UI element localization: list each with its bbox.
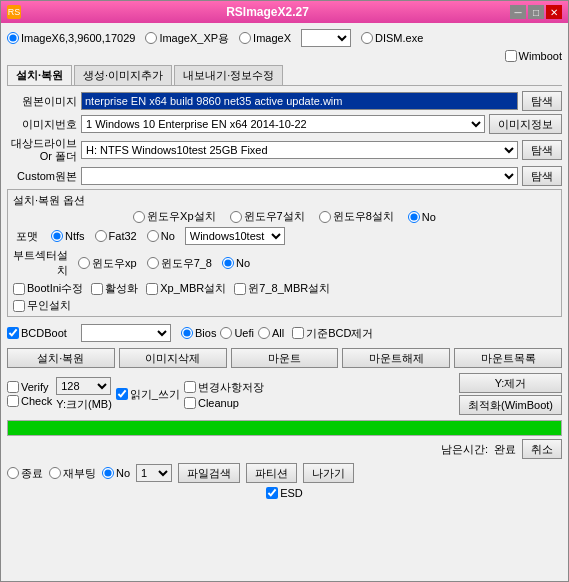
dism-radio-item[interactable]: DISM.exe [361, 32, 423, 44]
custom-select[interactable] [81, 167, 518, 185]
format-volume-select[interactable]: Windows10test [185, 227, 285, 245]
bios-radio[interactable] [181, 327, 193, 339]
imagex-radio-item[interactable]: ImageX [239, 32, 291, 44]
boot-xp-radio-item[interactable]: 윈도우xp [78, 256, 137, 271]
all-radio-item[interactable]: All [258, 327, 284, 339]
image-no-select[interactable]: 1 Windows 10 Enterprise EN x64 2014-10-2… [81, 115, 485, 133]
cleanup-checkbox-item[interactable]: Cleanup [184, 397, 239, 409]
win-xp-install-radio[interactable] [133, 211, 145, 223]
ntfs-radio-item[interactable]: Ntfs [51, 230, 85, 242]
file-search-btn[interactable]: 파일검색 [178, 463, 240, 483]
mount-list-btn[interactable]: 마운트목록 [454, 348, 562, 368]
read-write-checkbox-item[interactable]: 읽기_쓰기 [116, 387, 180, 402]
save-changes-checkbox-item[interactable]: 변경사항저장 [184, 380, 264, 395]
verify-checkbox[interactable] [7, 381, 19, 393]
fat32-radio-item[interactable]: Fat32 [95, 230, 137, 242]
bootini-checkbox-item[interactable]: BootIni수정 [13, 281, 83, 296]
win8-install-radio[interactable] [319, 211, 331, 223]
imagex6-radio-item[interactable]: ImageX6,3,9600,17029 [7, 32, 135, 44]
win7-install-radio[interactable] [230, 211, 242, 223]
bcd-checkbox[interactable] [7, 327, 19, 339]
tab-create[interactable]: 생성·이미지추가 [74, 65, 172, 85]
imagex-xp-radio-item[interactable]: ImageX_XP용 [145, 31, 229, 46]
win-xp-install-radio-item[interactable]: 윈도우Xp설치 [133, 209, 215, 224]
win8-install-radio-item[interactable]: 윈도우8설치 [319, 209, 394, 224]
ntfs-radio[interactable] [51, 230, 63, 242]
activate-checkbox[interactable] [91, 283, 103, 295]
wimboot-checkbox-item[interactable]: Wimboot [505, 50, 562, 62]
optimize-btn[interactable]: 최적화(WimBoot) [459, 395, 562, 415]
reboot-radio-item[interactable]: 재부팅 [49, 466, 96, 481]
default-bcd-checkbox[interactable] [292, 327, 304, 339]
imagex-radio[interactable] [239, 32, 251, 44]
source-input[interactable] [81, 92, 518, 110]
activate-checkbox-item[interactable]: 활성화 [91, 281, 138, 296]
cancel-btn[interactable]: 취소 [522, 439, 562, 459]
imagex-version-select[interactable] [301, 29, 351, 47]
win78-mbr-checkbox[interactable] [234, 283, 246, 295]
fat32-radio[interactable] [95, 230, 107, 242]
fmt-no-radio-item[interactable]: No [147, 230, 175, 242]
drive-select[interactable]: H: NTFS Windows10test 25GB Fixed [81, 141, 518, 159]
bios-radio-item[interactable]: Bios [181, 327, 216, 339]
check-checkbox-item[interactable]: Check [7, 395, 52, 407]
partition-btn[interactable]: 파티션 [246, 463, 297, 483]
imagex-xp-radio[interactable] [145, 32, 157, 44]
drive-browse-btn[interactable]: 탐색 [522, 140, 562, 160]
check-checkbox[interactable] [7, 395, 19, 407]
default-bcd-checkbox-item[interactable]: 기준BCD제거 [292, 326, 373, 341]
step-select[interactable]: 1 [136, 464, 172, 482]
xp-mbr-checkbox[interactable] [146, 283, 158, 295]
exit-radio[interactable] [7, 467, 19, 479]
boot-no-radio[interactable] [222, 257, 234, 269]
tab-export[interactable]: 내보내기·정보수정 [174, 65, 283, 85]
next-btn[interactable]: 나가기 [303, 463, 354, 483]
maximize-button[interactable]: □ [528, 5, 544, 19]
no-action-radio[interactable] [102, 467, 114, 479]
custom-browse-btn[interactable]: 탐색 [522, 166, 562, 186]
boot-win7-radio[interactable] [147, 257, 159, 269]
esd-checkbox-item[interactable]: ESD [266, 487, 303, 499]
boot-win7-radio-item[interactable]: 윈도우7_8 [147, 256, 212, 271]
save-changes-checkbox[interactable] [184, 381, 196, 393]
tab-install[interactable]: 설치·복원 [7, 65, 72, 85]
unmount-btn[interactable]: 마운트해제 [342, 348, 450, 368]
uefi-radio[interactable] [220, 327, 232, 339]
wimboot-checkbox[interactable] [505, 50, 517, 62]
unattend-checkbox-item[interactable]: 무인설치 [13, 298, 71, 313]
read-write-checkbox[interactable] [116, 388, 128, 400]
imagex6-radio[interactable] [7, 32, 19, 44]
y-remove-btn[interactable]: Y:제거 [459, 373, 562, 393]
cleanup-checkbox[interactable] [184, 397, 196, 409]
install-btn[interactable]: 설치·복원 [7, 348, 115, 368]
delete-image-btn[interactable]: 이미지삭제 [119, 348, 227, 368]
win78-mbr-checkbox-item[interactable]: 윈7_8_MBR설치 [234, 281, 330, 296]
no-action-radio-item[interactable]: No [102, 467, 130, 479]
minimize-button[interactable]: ─ [510, 5, 526, 19]
win7-install-radio-item[interactable]: 윈도우7설치 [230, 209, 305, 224]
install-no-radio-item[interactable]: No [408, 211, 436, 223]
uefi-radio-item[interactable]: Uefi [220, 327, 254, 339]
install-no-radio[interactable] [408, 211, 420, 223]
dism-radio[interactable] [361, 32, 373, 44]
uefi-label: Uefi [234, 327, 254, 339]
bootini-checkbox[interactable] [13, 283, 25, 295]
close-button[interactable]: ✕ [546, 5, 562, 19]
source-browse-btn[interactable]: 탐색 [522, 91, 562, 111]
boot-xp-radio[interactable] [78, 257, 90, 269]
verify-checkbox-item[interactable]: Verify [7, 381, 52, 393]
size-select[interactable]: 128 [56, 377, 111, 395]
bcd-checkbox-item[interactable]: BCDBoot [7, 327, 77, 339]
esd-checkbox[interactable] [266, 487, 278, 499]
image-info-btn[interactable]: 이미지정보 [489, 114, 562, 134]
boot-no-radio-item[interactable]: No [222, 257, 250, 269]
bcd-select[interactable] [81, 324, 171, 342]
all-radio[interactable] [258, 327, 270, 339]
xp-mbr-checkbox-item[interactable]: Xp_MBR설치 [146, 281, 226, 296]
install-no-label: No [422, 211, 436, 223]
reboot-radio[interactable] [49, 467, 61, 479]
exit-radio-item[interactable]: 종료 [7, 466, 43, 481]
fmt-no-radio[interactable] [147, 230, 159, 242]
unattend-checkbox[interactable] [13, 300, 25, 312]
mount-btn[interactable]: 마운트 [231, 348, 339, 368]
